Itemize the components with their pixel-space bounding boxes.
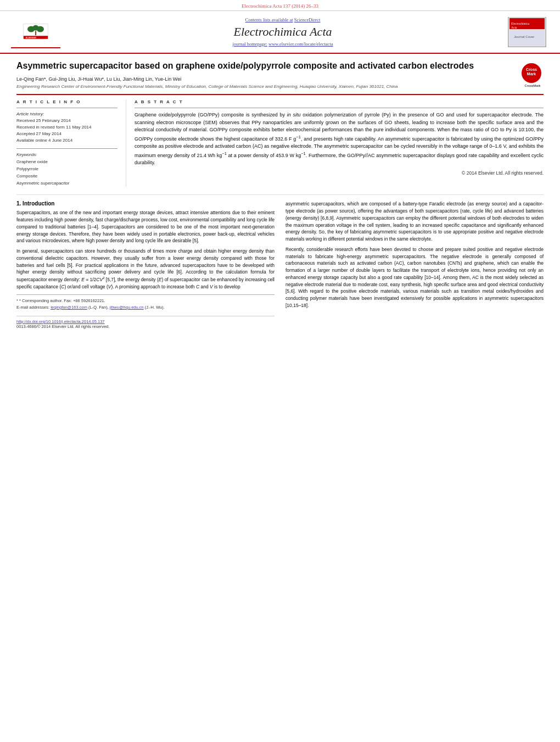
contents-label: Contents lists available at ScienceDirec…	[60, 17, 505, 23]
keyword-3: Composite	[16, 173, 117, 180]
right-paragraph-2: Recently, considerable research efforts …	[285, 246, 544, 309]
page-wrapper: Electrochimica Acta 137 (2014) 26–33 ELS…	[0, 0, 560, 742]
keyword-2: Polypyrrole	[16, 166, 117, 173]
crossmark-badge: Cross Mark CrossMark	[522, 63, 544, 87]
abstract-divider	[135, 108, 544, 108]
keywords-label: Keywords:	[16, 152, 117, 157]
article-title-text: Asymmetric supercapacitor based on graph…	[16, 60, 516, 90]
keyword-1: Graphene oxide	[16, 159, 117, 166]
article-authors: Le-Qing Fan*, Gui-Jing Liu, Ji-Huai Wu*,…	[16, 76, 516, 82]
elsevier-logo: ELSEVIER	[11, 15, 60, 48]
authors-text: Le-Qing Fan*, Gui-Jing Liu, Ji-Huai Wu*,…	[16, 76, 181, 82]
available-date: Available online 4 June 2014	[16, 137, 117, 144]
journal-center-section: Contents lists available at ScienceDirec…	[60, 17, 505, 47]
top-banner: Electrochimica Acta 137 (2014) 26–33	[0, 0, 560, 11]
corresponding-text: * Corresponding author. Fax: +86 5926162…	[19, 298, 105, 303]
info-divider	[16, 108, 117, 108]
two-col-section: A R T I C L E I N F O Article history: R…	[16, 99, 544, 187]
svg-text:Electrochimica: Electrochimica	[511, 22, 530, 25]
issn-text: 0013-4686/© 2014 Elsevier Ltd. All right…	[16, 324, 275, 329]
right-paragraph-1: asymmetric supercapacitors, which are co…	[285, 200, 544, 243]
email1-name: (L-Q. Fan),	[88, 305, 109, 310]
right-p2-text: Recently, considerable research efforts …	[285, 247, 544, 308]
article-info-column: A R T I C L E I N F O Article history: R…	[16, 99, 126, 187]
contents-text: Contents lists available at	[245, 17, 293, 23]
intro-p2-text: In general, supercapacitors can store hu…	[16, 248, 275, 289]
email2-name: (J.-H. Wu).	[145, 305, 165, 310]
email-label: E-mail addresses:	[16, 305, 49, 310]
email1-link[interactable]: leqingfan@163.com	[51, 305, 87, 310]
sciencedirect-link[interactable]: ScienceDirect	[294, 17, 321, 23]
body-right-column: asymmetric supercapacitors, which are co…	[285, 200, 544, 329]
received-revised-date: Received in revised form 11 May 2014	[16, 124, 117, 131]
email2-link[interactable]: jihwu@hqu.edu.cn	[110, 305, 144, 310]
svg-text:Cross: Cross	[526, 68, 537, 71]
article-affiliation: Engineering Research Center of Environme…	[16, 84, 516, 90]
keyword-4: Asymmetric supercapacitor	[16, 180, 117, 187]
page-footer: http://dx.doi.org/10.1016/j.electacta.20…	[16, 316, 275, 329]
journal-citation-link[interactable]: Electrochimica Acta 137 (2014) 26–33	[242, 3, 318, 9]
abstract-text: Graphene oxide/polypyrrole (GO/PPy) comp…	[135, 111, 544, 167]
abstract-label: A B S T R A C T	[135, 99, 544, 104]
footnote-email: E-mail addresses: leqingfan@163.com (L-Q…	[16, 304, 275, 310]
intro-p1-text: Supercapacitors, as one of the new and i…	[16, 210, 275, 243]
keywords-divider	[16, 148, 117, 149]
intro-paragraph-2: In general, supercapacitors can store hu…	[16, 248, 275, 290]
homepage-line: journal homepage: www.elsevier.com/locat…	[60, 41, 505, 47]
content-area: Asymmetric supercapacitor based on graph…	[0, 54, 560, 340]
svg-text:Mark: Mark	[527, 72, 536, 76]
body-left-column: 1. Introduction Supercapacitors, as one …	[16, 200, 275, 329]
journal-header: ELSEVIER Contents lists available at Sci…	[0, 11, 560, 54]
footnotes-area: * * Corresponding author. Fax: +86 59261…	[16, 294, 275, 310]
article-history: Article history: Received 25 February 20…	[16, 111, 117, 144]
crossmark-circle: Cross Mark	[522, 63, 541, 83]
introduction-heading: 1. Introduction	[16, 200, 275, 207]
right-journal-logo: Electrochimica Acta Journal Cover	[505, 15, 549, 48]
intro-paragraph-1: Supercapacitors, as one of the new and i…	[16, 209, 275, 244]
abstract-column: A B S T R A C T Graphene oxide/polypyrro…	[126, 99, 544, 187]
crossmark-label: CrossMark	[522, 84, 544, 87]
svg-text:Acta: Acta	[511, 26, 517, 29]
journal-title: Electrochimica Acta	[60, 25, 505, 39]
homepage-label-text: journal homepage:	[232, 41, 267, 47]
history-label: Article history:	[16, 111, 117, 116]
footnote-corresponding: * * Corresponding author. Fax: +86 59261…	[16, 298, 275, 304]
article-title-section: Asymmetric supercapacitor based on graph…	[16, 60, 544, 95]
doi-link[interactable]: http://dx.doi.org/10.1016/j.electacta.20…	[16, 319, 275, 324]
svg-rect-4	[35, 31, 36, 35]
homepage-link[interactable]: www.elsevier.com/locate/electacta	[268, 41, 333, 47]
body-section: 1. Introduction Supercapacitors, as one …	[16, 194, 544, 329]
abstract-copyright: © 2014 Elsevier Ltd. All rights reserved…	[135, 170, 544, 176]
journal-cover-image: Electrochimica Acta Journal Cover	[508, 17, 546, 47]
right-p1-text: asymmetric supercapacitors, which are co…	[285, 201, 544, 242]
abstract-body: Graphene oxide/polypyrrole (GO/PPy) comp…	[135, 112, 544, 165]
article-title: Asymmetric supercapacitor based on graph…	[16, 60, 516, 72]
svg-text:ELSEVIER: ELSEVIER	[26, 36, 36, 38]
article-info-label: A R T I C L E I N F O	[16, 99, 117, 104]
svg-text:Journal Cover: Journal Cover	[514, 35, 534, 38]
svg-point-3	[37, 26, 44, 32]
keywords-section: Keywords: Graphene oxide Polypyrrole Com…	[16, 152, 117, 187]
received-date: Received 25 February 2014	[16, 118, 117, 124]
accepted-date: Accepted 27 May 2014	[16, 131, 117, 137]
